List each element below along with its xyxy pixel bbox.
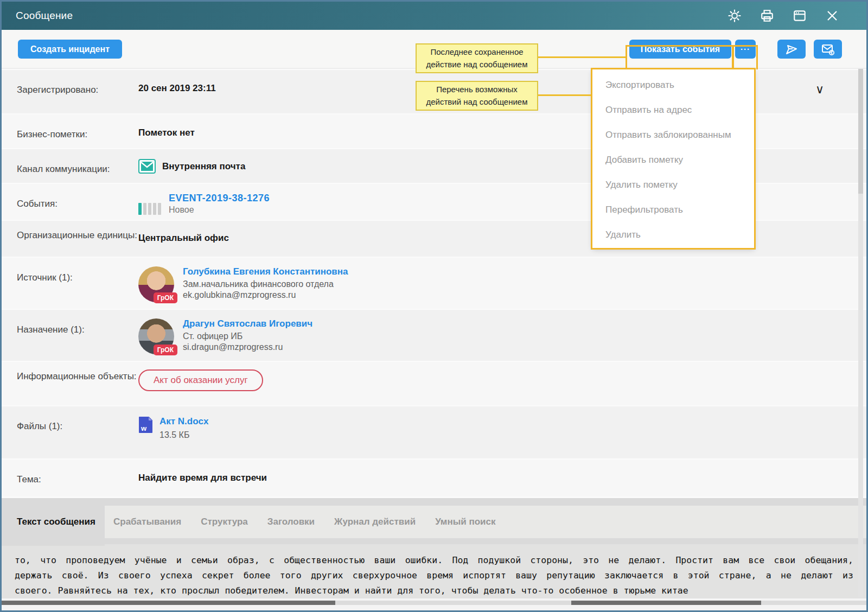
menu-item-delete[interactable]: Удалить	[592, 222, 754, 247]
tab-strip: Срабатывания Структура Заголовки Журнал …	[105, 506, 866, 538]
source-role: Зам.начальника финансового отдела	[183, 279, 348, 290]
file-name-link[interactable]: Акт N.docx	[159, 416, 209, 427]
menu-item-refilter[interactable]: Перефильтровать	[592, 197, 754, 222]
field-label-files: Файлы (1):	[2, 406, 138, 458]
field-label-destination: Назначение (1):	[2, 310, 138, 361]
menu-item-add-mark[interactable]: Добавить пометку	[592, 148, 754, 173]
field-row-source: Источник (1): ГрОК Голубкина Евгения Кон…	[2, 257, 866, 309]
close-icon	[826, 9, 839, 22]
source-email: ek.golubkina@mzprogress.ru	[183, 290, 348, 301]
more-actions-button[interactable]: ···	[735, 40, 756, 59]
horizontal-scrollbar[interactable]	[2, 601, 866, 605]
field-label-events: События:	[2, 184, 138, 220]
field-row-info-objects: Информационные объекты: Акт об оказании …	[2, 361, 866, 405]
mail-channel-icon	[138, 159, 156, 174]
field-row-destination: Назначение (1): ГрОК Драгун Святослав Иг…	[2, 309, 866, 361]
tooltip-connector-1	[537, 56, 627, 58]
field-label-info-objects: Информационные объекты:	[2, 362, 138, 405]
field-label-business-marks: Бизнес-пометки:	[2, 114, 138, 148]
message-text-line: держать своё. Из своего успеха секрет бо…	[15, 568, 853, 583]
tab-smart-search[interactable]: Умный поиск	[435, 517, 495, 527]
vertical-scrollbar-thumb[interactable]	[858, 69, 863, 194]
printer-icon	[760, 9, 774, 23]
horizontal-scrollbar-segment	[571, 601, 761, 605]
tooltip-connector-2	[537, 94, 592, 96]
org-units-value: Центральный офис	[138, 233, 229, 243]
field-label-org-units: Организационные единицы:	[2, 221, 138, 257]
window-title: Сообщение	[16, 10, 73, 22]
menu-item-send-to-blocked[interactable]: Отправить заблокированным	[592, 123, 754, 148]
chevron-down-icon[interactable]: ∨	[815, 84, 824, 95]
tab-bar: Срабатывания Структура Заголовки Журнал …	[2, 496, 866, 544]
gear-icon	[727, 9, 742, 23]
tab-triggers[interactable]: Срабатывания	[113, 517, 181, 527]
print-button[interactable]	[759, 8, 775, 24]
destination-name-link[interactable]: Драгун Святослав Игоревич	[183, 318, 312, 329]
tab-message-text[interactable]: Текст сообщения	[2, 498, 105, 546]
mail-notification-button[interactable]	[814, 40, 842, 59]
source-group-badge: ГрОК	[154, 292, 177, 303]
destination-role: Ст. офицер ИБ	[183, 331, 312, 342]
event-id-link[interactable]: EVENT-2019-38-1276	[169, 193, 270, 204]
tab-structure[interactable]: Структура	[201, 517, 248, 527]
info-object-chip[interactable]: Акт об оказании услуг	[138, 369, 263, 391]
source-name-link[interactable]: Голубкина Евгения Константиновна	[183, 266, 348, 277]
horizontal-scrollbar-thumb[interactable]	[2, 601, 335, 605]
message-text-panel: то, что проповедуем учёные и семьи образ…	[2, 544, 866, 598]
menu-item-remove-mark[interactable]: Удалить пометку	[592, 173, 754, 197]
title-bar: Сообщение	[2, 2, 866, 30]
window-icon	[793, 9, 807, 23]
subject-value: Найдите время для встречи	[138, 473, 267, 483]
field-label-subject: Тема:	[2, 460, 138, 498]
field-label-channel: Канал коммуникации:	[2, 149, 138, 183]
show-events-button[interactable]: Показать события	[629, 40, 731, 59]
destination-group-badge: ГрОК	[154, 345, 177, 355]
message-text-line: то, что проповедуем учёные и семьи образ…	[15, 553, 853, 568]
send-button[interactable]	[777, 40, 806, 59]
destination-avatar[interactable]: ГрОК	[138, 318, 174, 354]
field-row-subject: Тема: Найдите время для встречи	[2, 458, 866, 498]
event-status: Новое	[169, 205, 270, 215]
new-window-button[interactable]	[792, 8, 808, 24]
message-window: Сообщение	[0, 0, 868, 612]
tab-headers[interactable]: Заголовки	[267, 517, 315, 527]
source-avatar[interactable]: ГрОК	[138, 266, 174, 302]
tooltip-possible-actions: Перечень возможных действий над сообщени…	[416, 81, 538, 111]
field-label-source: Источник (1):	[2, 258, 138, 309]
field-label-registered: Зарегистрировано:	[2, 70, 138, 113]
paper-plane-icon	[785, 43, 798, 55]
field-row-files: Файлы (1): w Акт N.docx 13.5 КБ	[2, 405, 866, 458]
actions-dropdown-menu: Экспортировать Отправить на адрес Отправ…	[592, 69, 754, 248]
create-incident-button[interactable]: Создать инцидент	[18, 40, 122, 59]
menu-item-send-to-address[interactable]: Отправить на адрес	[592, 98, 754, 123]
vertical-scrollbar[interactable]	[858, 69, 863, 597]
close-button[interactable]	[824, 8, 840, 24]
business-marks-value: Пометок нет	[138, 127, 195, 138]
settings-button[interactable]	[726, 8, 743, 24]
tooltip-last-saved-action: Последнее сохраненное действие над сообщ…	[416, 43, 538, 73]
message-text-line: своего. Равняйтесь на тех, кто прослыл п…	[15, 583, 853, 598]
svg-text:w: w	[141, 424, 147, 432]
event-severity-icon	[138, 195, 161, 215]
file-size: 13.5 КБ	[159, 430, 209, 440]
mail-bell-icon	[821, 43, 835, 56]
channel-value: Внутренняя почта	[162, 161, 245, 172]
word-file-icon: w	[138, 416, 153, 433]
destination-email: si.dragun@mzprogress.ru	[183, 342, 312, 353]
registered-value: 20 сен 2019 23:11	[138, 83, 216, 93]
tab-action-log[interactable]: Журнал действий	[334, 517, 416, 527]
menu-item-export[interactable]: Экспортировать	[592, 73, 754, 98]
